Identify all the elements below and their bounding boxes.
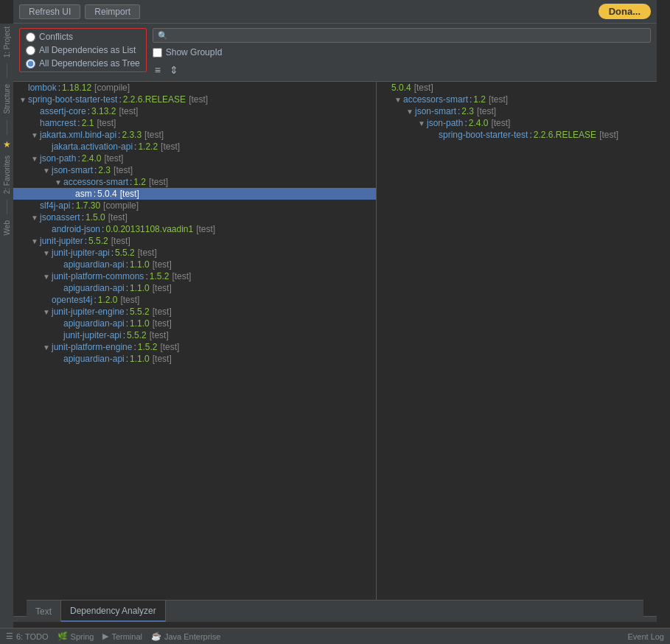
show-groupid-checkbox[interactable]: [153, 48, 162, 57]
dep-name: apiguardian-api: [63, 283, 125, 293]
status-event-log[interactable]: Event Log: [627, 632, 664, 641]
dep-scope: [test]: [138, 248, 157, 258]
tree-item[interactable]: ▼ junit-platform-engine : 1.5.2 [test]: [13, 341, 376, 353]
dep-scope: [test]: [120, 189, 139, 199]
dep-version: 1.1.0: [130, 354, 150, 364]
dep-version: 1.2.0: [98, 295, 118, 305]
tree-item[interactable]: ▼ jsonassert : 1.5.0 [test]: [13, 211, 376, 223]
refresh-ui-button[interactable]: Refresh UI: [19, 4, 80, 19]
favorites-label[interactable]: 2: Favorites: [1, 153, 13, 197]
favorites-star: ★: [3, 139, 11, 150]
tree-item[interactable]: lombok : 1.18.12 [compile]: [13, 82, 376, 94]
dep-name: assertj-core: [40, 106, 86, 116]
reimport-button[interactable]: Reimport: [85, 4, 140, 19]
tree-item[interactable]: ▼ junit-jupiter-engine : 5.5.2 [test]: [13, 306, 376, 318]
status-spring[interactable]: 🌿 Spring: [57, 631, 94, 641]
web-label[interactable]: Web: [1, 217, 13, 238]
tree-item[interactable]: ▼ jakarta.xml.bind-api : 2.3.3 [test]: [13, 129, 376, 141]
left-tree-panel[interactable]: lombok : 1.18.12 [compile] ▼ spring-boot…: [13, 82, 377, 616]
dep-name: junit-jupiter-api: [63, 330, 122, 340]
tree-item[interactable]: junit-jupiter-api : 5.5.2 [test]: [13, 329, 376, 341]
tree-item[interactable]: ▼ junit-platform-commons : 1.5.2 [test]: [13, 270, 376, 282]
tree-item[interactable]: ▼ accessors-smart : 1.2 [test]: [13, 176, 376, 188]
dep-name: apiguardian-api: [63, 354, 125, 364]
dep-version: 2.1: [82, 118, 94, 128]
collapse-all-icon[interactable]: ≡: [153, 63, 163, 77]
toggle-icon: ▼: [29, 131, 40, 139]
dep-name: json-smart: [415, 106, 456, 116]
dep-scope: [test]: [196, 224, 215, 234]
tree-item[interactable]: apiguardian-api : 1.1.0 [test]: [13, 259, 376, 270]
dep-name: junit-platform-engine: [52, 342, 132, 352]
dep-scope: [test]: [477, 106, 496, 116]
dep-version: 3.13.2: [91, 106, 116, 116]
right-tree-item[interactable]: ▼ json-path : 2.4.0 [test]: [377, 117, 657, 129]
all-deps-list-radio[interactable]: All Dependencies as List: [26, 45, 140, 55]
dep-name: json-path: [427, 118, 463, 128]
tree-item[interactable]: apiguardian-api : 1.1.0 [test]: [13, 282, 376, 294]
dep-scope: [compile]: [103, 200, 139, 211]
search-icon: 🔍: [158, 31, 168, 41]
dep-version: 5.5.2: [127, 330, 147, 340]
dep-version: 2.2.6.RELEASE: [534, 130, 596, 140]
tree-item[interactable]: apiguardian-api : 1.1.0 [test]: [13, 353, 376, 365]
dep-version: 1.2.2: [138, 141, 158, 152]
filter-right: 🔍 Show GroupId ≡ ⇕: [153, 28, 651, 77]
dep-scope: [test]: [153, 283, 172, 293]
dep-scope: [compile]: [94, 83, 130, 93]
status-terminal[interactable]: ▶ Terminal: [102, 631, 142, 641]
bottom-tabs: Text Dependency Analyzer: [27, 600, 643, 622]
tab-dependency-analyzer[interactable]: Dependency Analyzer: [61, 601, 166, 622]
spring-icon: 🌿: [57, 631, 68, 641]
tree-item[interactable]: hamcrest : 2.1 [test]: [13, 117, 376, 129]
tree-item[interactable]: jakarta.activation-api : 1.2.2 [test]: [13, 141, 376, 153]
dep-scope: [test]: [108, 212, 128, 223]
tree-item[interactable]: asm : 5.0.4 [test]: [13, 188, 376, 200]
right-tree-panel[interactable]: 5.0.4 [test] ▼ accessors-smart : 1.2 [te…: [377, 82, 657, 616]
toggle-icon: ▼: [405, 108, 415, 116]
toggle-icon: ▼: [29, 214, 40, 222]
dep-name: lombok: [28, 83, 57, 93]
all-deps-tree-radio[interactable]: All Dependencies as Tree: [26, 58, 140, 69]
tree-item[interactable]: apiguardian-api : 1.1.0 [test]: [13, 318, 376, 329]
tree-item[interactable]: opentest4j : 1.2.0 [test]: [13, 294, 376, 306]
right-tree-item[interactable]: ▼ accessors-smart : 1.2 [test]: [377, 94, 657, 105]
status-java-enterprise[interactable]: ☕ Java Enterprise: [151, 631, 220, 641]
donate-button[interactable]: Dona...: [599, 4, 651, 19]
search-input[interactable]: [171, 30, 318, 41]
tab-text[interactable]: Text: [27, 601, 61, 622]
dep-name: json-smart: [52, 165, 93, 175]
dep-name: junit-jupiter-api: [52, 248, 110, 258]
right-tree-item[interactable]: spring-boot-starter-test : 2.2.6.RELEASE…: [377, 129, 657, 141]
tree-item[interactable]: ▼ spring-boot-starter-test : 2.2.6.RELEA…: [13, 94, 376, 105]
dep-scope: [test]: [489, 94, 508, 105]
conflicts-radio[interactable]: Conflicts: [26, 32, 140, 42]
dep-name: jakarta.xml.bind-api: [40, 130, 116, 140]
tree-item[interactable]: ▼ junit-jupiter-api : 5.5.2 [test]: [13, 247, 376, 259]
search-box: 🔍: [153, 28, 651, 43]
tree-item[interactable]: assertj-core : 3.13.2 [test]: [13, 105, 376, 117]
tree-item[interactable]: ▼ junit-jupiter : 5.5.2 [test]: [13, 235, 376, 247]
right-tree-item[interactable]: ▼ json-smart : 2.3 [test]: [377, 105, 657, 117]
structure-label[interactable]: Structure: [1, 81, 13, 117]
dep-version: 1.1.0: [130, 318, 150, 329]
dep-name: 5.0.4: [391, 83, 411, 93]
tree-item[interactable]: android-json : 0.0.20131108.vaadin1 [tes…: [13, 223, 376, 235]
expand-all-icon[interactable]: ⇕: [167, 63, 181, 77]
tree-item[interactable]: slf4j-api : 1.7.30 [compile]: [13, 200, 376, 211]
dep-version: 1.2: [133, 177, 146, 187]
status-todo[interactable]: ☰ 6: TODO: [6, 631, 49, 641]
dep-scope: [test]: [153, 354, 172, 364]
dep-scope: [test]: [144, 130, 164, 140]
dep-scope: [test]: [114, 165, 133, 175]
dep-scope: [test]: [189, 94, 208, 105]
dep-scope: [test]: [120, 295, 139, 305]
dep-name: spring-boot-starter-test: [28, 94, 117, 105]
right-tree-item[interactable]: 5.0.4 [test]: [377, 82, 657, 94]
tree-item[interactable]: ▼ json-smart : 2.3 [test]: [13, 164, 376, 176]
project-panel-label[interactable]: 1: Project: [1, 24, 13, 60]
tree-item[interactable]: ▼ json-path : 2.4.0 [test]: [13, 153, 376, 164]
status-bar: ☰ 6: TODO 🌿 Spring ▶ Terminal ☕ Java Ent…: [0, 628, 670, 644]
view-mode-radio-group: Conflicts All Dependencies as List All D…: [19, 28, 147, 72]
dep-scope: [test]: [491, 118, 510, 128]
